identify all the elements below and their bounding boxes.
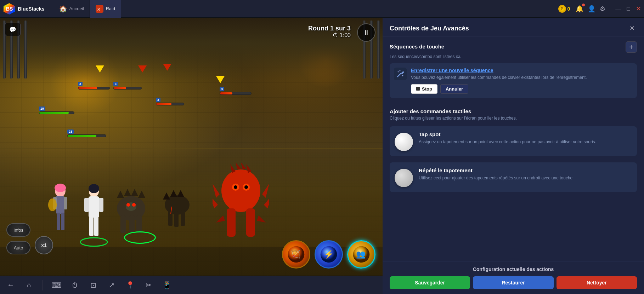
repeat-tap-circle[interactable] bbox=[395, 169, 413, 187]
character-selection-circle bbox=[124, 231, 156, 244]
mouse-icon bbox=[71, 281, 79, 289]
game-background: 3 3 3 3 bbox=[0, 18, 383, 276]
svg-point-67 bbox=[398, 71, 399, 73]
tab-accueil[interactable]: 🏠 Accueil bbox=[53, 0, 90, 18]
record-icon bbox=[394, 68, 407, 80]
svg-point-11 bbox=[55, 184, 66, 192]
maximize-button[interactable]: □ bbox=[627, 6, 630, 12]
close-button[interactable]: ✕ bbox=[636, 5, 641, 13]
enemy-beast-2 bbox=[159, 187, 195, 233]
stop-button[interactable]: Stop bbox=[411, 84, 437, 94]
svg-line-65 bbox=[397, 73, 401, 77]
tap-spot-circle[interactable] bbox=[395, 133, 413, 151]
svg-rect-8 bbox=[64, 197, 67, 209]
title-bar: BS BlueStacks 🏠 Accueil ⚔ Raid P 0 🔔 👤 ⚙… bbox=[0, 0, 644, 18]
main-content: 3 3 3 3 bbox=[0, 18, 644, 294]
infos-button[interactable]: Infos bbox=[6, 223, 30, 237]
record-content: Enregistrer une nouvelle séquence Vous p… bbox=[411, 68, 633, 94]
repeat-tap-info: Répété le tapotement Utilisez ceci pour … bbox=[419, 167, 632, 181]
sequences-subtitle: Les séquences/combo sont listées ici. bbox=[390, 54, 637, 59]
svg-rect-33 bbox=[168, 210, 173, 226]
panel-title: Contrôles de Jeu Avancés bbox=[390, 25, 469, 32]
fullscreen-button[interactable]: ⤢ bbox=[105, 279, 118, 292]
wand-icon bbox=[396, 70, 404, 78]
tap-spot-info: Tap spot Assignez un tapotement sur un p… bbox=[419, 131, 632, 145]
svg-rect-34 bbox=[174, 211, 179, 227]
auto-button[interactable]: Auto bbox=[6, 241, 30, 254]
svg-point-20 bbox=[80, 238, 107, 246]
mouse-button[interactable] bbox=[68, 279, 81, 292]
app-logo: BS BlueStacks bbox=[3, 2, 50, 15]
svg-rect-17 bbox=[89, 217, 94, 236]
right-panel: Contrôles de Jeu Avancés ✕ Séquences de … bbox=[383, 18, 644, 294]
touch-commands-subtitle: Cliquez ou faites glisser les actions su… bbox=[390, 116, 637, 121]
svg-marker-24 bbox=[131, 189, 138, 196]
skill-button-1[interactable]: 🏹 bbox=[282, 240, 310, 269]
config-buttons: Sauvegarder Restaurer Nettoyer bbox=[390, 276, 637, 289]
svg-marker-23 bbox=[124, 189, 131, 196]
repeat-tap-description: Utilisez ceci pour ajouter des tapotemen… bbox=[419, 175, 632, 181]
character-warrior bbox=[46, 184, 74, 240]
skill-2-icon: ⚡ bbox=[316, 241, 342, 267]
minimize-button[interactable]: — bbox=[615, 6, 621, 12]
cut-button[interactable]: ✂ bbox=[142, 279, 155, 292]
settings-icon[interactable]: ⚙ bbox=[600, 5, 605, 13]
mobile-button[interactable]: 📱 bbox=[160, 279, 173, 292]
enemy-marker-red-1 bbox=[138, 65, 147, 73]
round-info: Round 1 sur 3 ⏱ 1:00 bbox=[308, 25, 351, 39]
config-section: Configuration actuelle des actions Sauve… bbox=[383, 261, 644, 294]
add-sequence-button[interactable]: + bbox=[626, 41, 637, 53]
restore-button[interactable]: Restaurer bbox=[473, 276, 553, 289]
title-bar-icons: 🔔 👤 ⚙ bbox=[576, 5, 605, 13]
svg-point-68 bbox=[402, 75, 403, 76]
clean-button[interactable]: Nettoyer bbox=[557, 276, 637, 289]
round-text: Round 1 sur 3 bbox=[308, 25, 351, 32]
repeat-tap-title: Répété le tapotement bbox=[419, 167, 632, 173]
svg-marker-66 bbox=[401, 71, 404, 74]
timer: ⏱ 1:00 bbox=[308, 32, 351, 39]
svg-rect-18 bbox=[94, 217, 98, 236]
svg-rect-10 bbox=[61, 213, 64, 230]
svg-rect-26 bbox=[120, 215, 126, 233]
stop-icon bbox=[416, 87, 420, 91]
skill-button-3[interactable]: 👥 bbox=[347, 240, 375, 269]
svg-point-19 bbox=[89, 184, 99, 193]
coins-display: P 0 bbox=[558, 5, 570, 13]
svg-marker-46 bbox=[236, 162, 241, 169]
svg-marker-47 bbox=[241, 162, 246, 169]
pause-button[interactable]: ⏸ bbox=[357, 23, 375, 42]
svg-rect-35 bbox=[181, 210, 185, 226]
back-button[interactable]: ← bbox=[4, 279, 17, 292]
record-link[interactable]: Enregistrer une nouvelle séquence bbox=[411, 68, 633, 73]
screenshot-button[interactable]: ⊡ bbox=[87, 279, 100, 292]
profile-icon[interactable]: 👤 bbox=[588, 5, 595, 13]
chat-button[interactable]: 💬 bbox=[5, 23, 21, 36]
skill-1-icon: 🏹 bbox=[283, 241, 309, 267]
toolbar-separator-1 bbox=[43, 280, 43, 290]
panel-close-button[interactable]: ✕ bbox=[627, 23, 637, 33]
svg-marker-38 bbox=[177, 190, 184, 197]
keyboard-button[interactable]: ⌨ bbox=[50, 279, 63, 292]
skill-button-2[interactable]: ⚡ bbox=[315, 240, 343, 269]
tab-raid[interactable]: ⚔ Raid bbox=[90, 0, 121, 18]
location-button[interactable]: 📍 bbox=[124, 279, 136, 292]
player-health-2: 23 bbox=[67, 134, 106, 137]
touch-commands-section: Ajouter des commandes tactiles Cliquez o… bbox=[383, 103, 644, 203]
svg-marker-37 bbox=[170, 190, 177, 197]
panel-spacer bbox=[383, 203, 644, 261]
cancel-button[interactable]: Annuler bbox=[440, 84, 468, 94]
home-button[interactable]: ⌂ bbox=[23, 279, 35, 292]
game-canvas[interactable]: 3 3 3 3 bbox=[0, 18, 383, 276]
speed-button[interactable]: x1 bbox=[35, 236, 53, 254]
record-buttons: Stop Annuler bbox=[411, 84, 633, 94]
svg-marker-56 bbox=[257, 215, 266, 223]
notification-icon[interactable]: 🔔 bbox=[576, 5, 583, 13]
sequences-section: Séquences de touche + Les séquences/comb… bbox=[383, 36, 644, 103]
enemy-boss-monster bbox=[213, 162, 269, 247]
window-controls: — □ ✕ bbox=[615, 5, 641, 13]
save-button[interactable]: Sauvegarder bbox=[390, 276, 470, 289]
svg-rect-15 bbox=[84, 198, 89, 212]
record-description: Vous pouvez également utiliser les comma… bbox=[411, 75, 633, 81]
svg-point-52 bbox=[244, 185, 248, 189]
svg-marker-41 bbox=[213, 184, 220, 198]
